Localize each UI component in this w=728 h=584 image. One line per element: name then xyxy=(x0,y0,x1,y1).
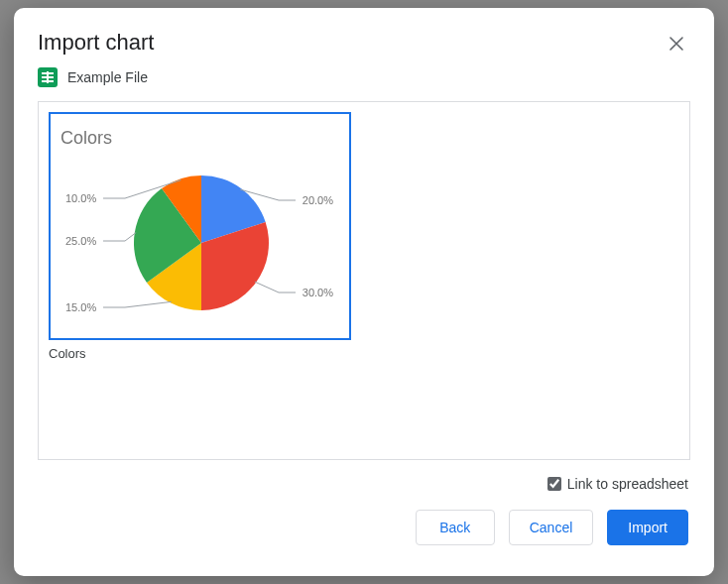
pie-slice-label: 30.0% xyxy=(303,287,333,298)
pie-slice-label: 15.0% xyxy=(65,301,96,313)
chart-selection-area: Colors 20.0%30.0%15.0%25.0%10.0% Colors xyxy=(38,101,690,460)
cancel-button[interactable]: Cancel xyxy=(509,510,594,545)
link-to-spreadsheet-label[interactable]: Link to spreadsheet xyxy=(567,476,688,492)
import-chart-dialog: Import chart Example File Colors 20.0%30… xyxy=(14,8,714,576)
link-to-spreadsheet-checkbox[interactable] xyxy=(547,477,561,491)
sheets-icon xyxy=(38,67,58,87)
chart-caption: Colors xyxy=(49,346,86,361)
source-file-row: Example File xyxy=(14,67,714,97)
dialog-title: Import chart xyxy=(38,30,154,56)
close-icon xyxy=(668,36,684,52)
back-button[interactable]: Back xyxy=(416,510,495,545)
import-button[interactable]: Import xyxy=(607,510,688,545)
pie-slice-label: 25.0% xyxy=(65,235,96,247)
pie-slice-label: 20.0% xyxy=(303,194,333,206)
source-file-name: Example File xyxy=(67,69,148,85)
chart-thumbnail[interactable]: Colors 20.0%30.0%15.0%25.0%10.0% xyxy=(49,112,351,340)
pie-slice-label: 10.0% xyxy=(65,192,96,204)
close-button[interactable] xyxy=(663,30,690,58)
pie-chart: 20.0%30.0%15.0%25.0%10.0% xyxy=(51,114,353,342)
